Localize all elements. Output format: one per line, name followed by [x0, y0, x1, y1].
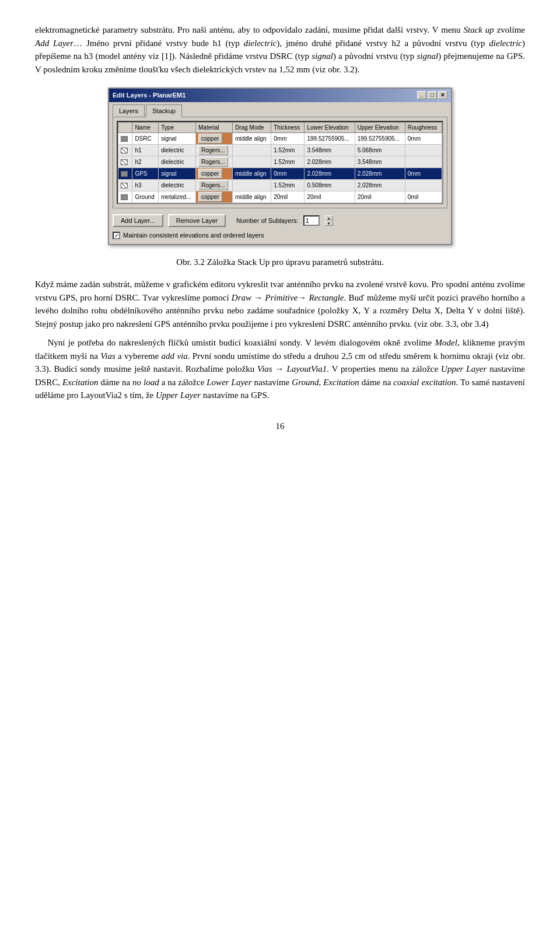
row-lower: 3.548mm: [304, 145, 355, 156]
p-italic-dielectric2: dielectric: [489, 39, 522, 48]
col-header-upper: Upper Elevation: [355, 123, 405, 133]
row-roughness: [405, 156, 442, 168]
material-button[interactable]: Rogers...: [198, 157, 228, 167]
row-thickness: 0mm: [271, 168, 304, 180]
add-layer-button[interactable]: Add Layer...: [113, 214, 163, 227]
row-roughness: 0mil: [405, 191, 442, 203]
checkbox-label: Maintain consistent elevations and order…: [123, 231, 264, 240]
table-row[interactable]: h2 dielectric Rogers... 1.52mm 2.028mm 3…: [118, 156, 442, 168]
page-number: 16: [35, 420, 525, 433]
row-indicator: [118, 168, 132, 180]
dialog-bottom: Add Layer... Remove Layer Number of Subl…: [109, 212, 451, 244]
row-type: signal: [159, 133, 196, 145]
p-italic-signal2: signal: [416, 51, 438, 61]
p-text-1: elektromagnetické parametry substrátu. P…: [35, 25, 463, 34]
spin-down-button[interactable]: ▼: [325, 221, 333, 226]
tab-layers[interactable]: Layers: [113, 104, 145, 117]
material-button[interactable]: copper: [198, 169, 222, 179]
material-button[interactable]: Rogers...: [198, 145, 228, 155]
buttons-row: Add Layer... Remove Layer Number of Subl…: [113, 214, 447, 227]
col-header-type: Type: [159, 123, 196, 133]
material-button[interactable]: copper: [198, 134, 222, 144]
row-name: h1: [132, 145, 159, 156]
row-name: Ground: [132, 191, 159, 203]
table-row[interactable]: h1 dielectric Rogers... 1.52mm 3.548mm 5…: [118, 145, 442, 156]
row-material: Rogers...: [196, 145, 233, 156]
p-text-4: ), jméno druhé přidané vrstvy h2 a původ…: [276, 39, 489, 48]
row-material: copper: [196, 168, 233, 180]
row-name: h2: [132, 156, 159, 168]
p-italic-dielectric1: dielectric: [244, 39, 277, 48]
row-thickness: 1.52mm: [271, 180, 304, 191]
row-dragmode: middle align: [233, 168, 271, 180]
dialog-tabs: Layers Stackup: [109, 102, 451, 117]
row-material: copper: [196, 133, 233, 145]
row-upper: 5.068mm: [355, 145, 405, 156]
table-row[interactable]: GPS signal copper middle align 0mm 2.028…: [118, 168, 442, 180]
row-name: DSRC: [132, 133, 159, 145]
p-italic-signal1: signal: [312, 51, 333, 61]
row-lower: 2.028mm: [304, 156, 355, 168]
row-material: Rogers...: [196, 180, 233, 191]
tab-stackup[interactable]: Stackup: [146, 104, 182, 118]
col-header-dragmode: Drag Mode: [233, 123, 271, 133]
sublayers-label: Number of Sublayers:: [236, 216, 298, 226]
row-material: Rogers...: [196, 156, 233, 168]
col-header-thickness: Thickness: [271, 123, 304, 133]
minimize-button[interactable]: _: [417, 91, 426, 99]
row-lower: 199.52755905...: [304, 133, 355, 145]
sublayers-input[interactable]: [303, 215, 320, 226]
row-dragmode: [233, 180, 271, 191]
row-lower: 20mil: [304, 191, 355, 203]
table-row[interactable]: Ground metalized... copper middle align …: [118, 191, 442, 203]
row-type: dielectric: [159, 180, 196, 191]
spin-up-button[interactable]: ▲: [325, 215, 333, 221]
table-row[interactable]: DSRC signal copper middle align 0mm 199.…: [118, 133, 442, 145]
row-lower: 0.508mm: [304, 180, 355, 191]
row-upper: 3.548mm: [355, 156, 405, 168]
row-upper: 2.028mm: [355, 180, 405, 191]
maximize-button[interactable]: □: [428, 91, 437, 99]
row-indicator: [118, 156, 132, 168]
layers-table-container: Name Type Material Drag Mode Thickness L…: [117, 121, 443, 204]
table-row[interactable]: h3 dielectric Rogers... 1.52mm 0.508mm 2…: [118, 180, 442, 191]
remove-layer-button[interactable]: Remove Layer: [168, 214, 226, 227]
second-text-block: Když máme zadán substrát, můžeme v grafi…: [35, 278, 525, 402]
paragraph-graficky: Když máme zadán substrát, můžeme v grafi…: [35, 278, 525, 330]
layers-table: Name Type Material Drag Mode Thickness L…: [118, 122, 442, 203]
dialog-content: Name Type Material Drag Mode Thickness L…: [113, 117, 447, 208]
row-upper: 199.52755905...: [355, 133, 405, 145]
row-type: dielectric: [159, 145, 196, 156]
row-roughness: 0mm: [405, 133, 442, 145]
close-button[interactable]: ✕: [438, 91, 447, 99]
intro-paragraph: elektromagnetické parametry substrátu. P…: [35, 23, 525, 76]
row-thickness: 0mm: [271, 133, 304, 145]
col-header-lower: Lower Elevation: [304, 123, 355, 133]
p-text-3: … Jméno první přidané vrstvy bude h1 (ty…: [74, 39, 244, 48]
row-indicator: [118, 145, 132, 156]
row-dragmode: [233, 156, 271, 168]
col-header-name2: Name: [132, 123, 159, 133]
row-name: h3: [132, 180, 159, 191]
row-lower: 2.028mm: [304, 168, 355, 180]
row-material: copper: [196, 191, 233, 203]
row-roughness: [405, 180, 442, 191]
maintain-checkbox[interactable]: ✓: [113, 232, 120, 239]
p-text-6: ) a původní vrstvu (typ: [333, 51, 417, 61]
col-header-roughness: Roughness: [405, 123, 442, 133]
dialog-container: Edit Layers - PlanarEM1 _ □ ✕ Layers Sta…: [35, 88, 525, 245]
row-type: metalized...: [159, 191, 196, 203]
row-thickness: 1.52mm: [271, 145, 304, 156]
row-thickness: 1.52mm: [271, 156, 304, 168]
p-text-2: zvolíme: [494, 25, 525, 34]
row-dragmode: middle align: [233, 191, 271, 203]
dialog-titlebar: Edit Layers - PlanarEM1 _ □ ✕: [109, 89, 451, 102]
row-dragmode: middle align: [233, 133, 271, 145]
row-type: signal: [159, 168, 196, 180]
material-button[interactable]: Rogers...: [198, 180, 228, 190]
row-roughness: [405, 145, 442, 156]
row-thickness: 20mil: [271, 191, 304, 203]
p-italic-addlayer: Add Layer: [35, 39, 74, 48]
row-indicator: [118, 133, 132, 145]
material-button[interactable]: copper: [198, 192, 222, 202]
